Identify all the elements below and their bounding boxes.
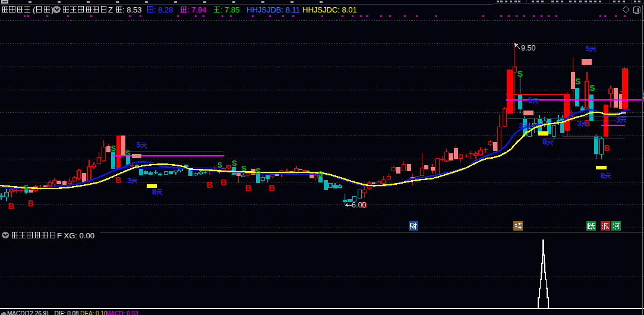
svg-text:8: 8 [152,187,156,196]
svg-text:8: 8 [601,171,605,180]
svg-text:HHJSJDB: 8.11: HHJSJDB: 8.11 [247,5,300,14]
svg-text:DEA: 0.10: DEA: 0.10 [80,310,108,315]
svg-text:S: S [318,170,323,178]
svg-text:3: 3 [519,121,523,130]
svg-text:S: S [575,77,580,86]
svg-text:S: S [111,144,116,153]
svg-text:8: 8 [543,137,547,146]
svg-text:B: B [207,179,213,190]
svg-text:S: S [232,159,237,168]
svg-text:: 8.28: : 8.28 [154,5,173,14]
svg-text:S: S [255,166,261,176]
svg-text:DIF: 0.08: DIF: 0.08 [55,310,80,315]
svg-text:(: ( [33,5,36,14]
svg-text:5: 5 [586,44,590,53]
svg-text:MACD(12,26,9): MACD(12,26,9) [7,310,48,315]
svg-text:6.00: 6.00 [352,201,366,209]
svg-text:3: 3 [127,176,131,185]
svg-text:5: 5 [528,96,532,105]
svg-text:: 7.94: : 7.94 [187,5,207,14]
svg-text:B: B [220,177,227,187]
svg-text:B: B [269,182,275,193]
svg-text:3: 3 [616,115,620,124]
svg-text:S: S [125,149,131,158]
svg-text:S: S [241,164,247,173]
svg-text:HHJSJDC: 8.01: HHJSJDC: 8.01 [302,5,357,14]
svg-text:Z: Z [108,5,113,14]
svg-text:5: 5 [137,140,141,149]
svg-text:: 8.53: : 8.53 [122,5,142,14]
svg-text:S: S [24,184,29,192]
svg-text:B: B [27,199,33,208]
svg-text:9.50: 9.50 [521,44,535,52]
svg-text:S: S [589,83,595,93]
svg-text:B: B [604,143,610,153]
svg-text:F XG: 0.00: F XG: 0.00 [57,231,94,240]
svg-text:B: B [115,175,121,185]
svg-text:: 7.85: : 7.85 [220,5,240,14]
svg-text:MACD: 0.03: MACD: 0.03 [106,310,138,315]
svg-text:S: S [217,161,222,169]
svg-text:B: B [245,182,252,193]
svg-text:B: B [8,201,15,211]
svg-text:S: S [517,69,523,78]
svg-text:3: 3 [577,119,582,128]
